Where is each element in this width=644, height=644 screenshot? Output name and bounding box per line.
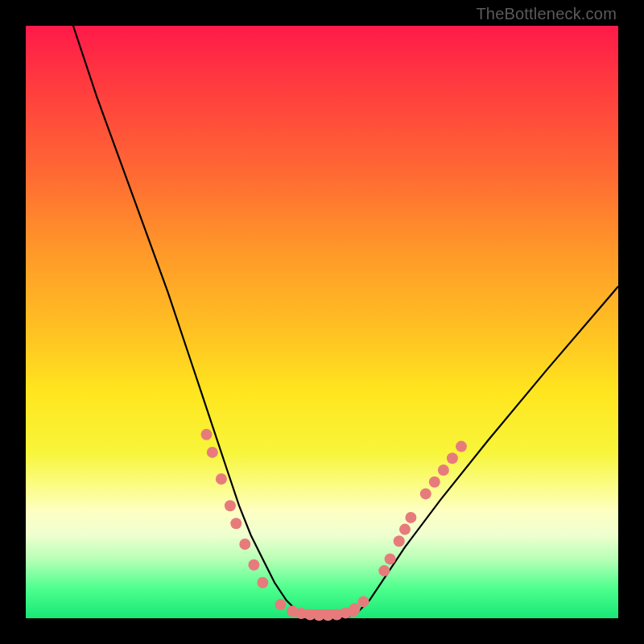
highlight-dot (201, 429, 213, 440)
highlight-dot (275, 599, 287, 610)
highlight-dot (349, 603, 361, 614)
highlight-dot (378, 565, 390, 576)
highlight-dot (420, 488, 431, 499)
highlight-dot (399, 524, 411, 535)
highlight-dot (358, 596, 369, 607)
highlight-dot (248, 559, 259, 571)
attribution-label: TheBottleneck.com (476, 5, 617, 23)
highlight-dot (429, 477, 440, 488)
highlight-dot (216, 473, 227, 485)
chart-plot-area (26, 26, 618, 618)
highlight-dot (405, 512, 416, 523)
highlight-dot (447, 452, 458, 464)
highlight-dot (456, 441, 467, 452)
highlight-dot (230, 518, 242, 529)
highlight-dot (239, 539, 250, 550)
highlight-dot (438, 464, 449, 476)
bottleneck-curve (73, 26, 618, 618)
highlight-dot (257, 577, 268, 588)
chart-svg (26, 26, 618, 618)
chart-frame: TheBottleneck.com (0, 0, 644, 644)
highlight-dot (207, 447, 218, 458)
highlight-dot (385, 553, 396, 564)
highlight-dot (225, 500, 236, 511)
highlight-dot (394, 535, 405, 547)
highlight-dots (201, 429, 468, 621)
